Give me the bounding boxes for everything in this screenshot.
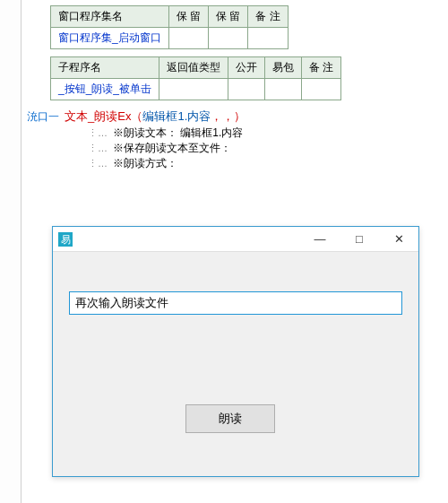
read-text-input[interactable] <box>69 291 402 315</box>
col-header: 备 注 <box>302 57 341 79</box>
cell[interactable] <box>168 28 208 49</box>
code-area[interactable]: 㳘口一 文本_朗读Ex （编辑框1.内容，，） ⋮… ※朗读文本： 编辑框1.内… <box>25 108 448 171</box>
col-header: 保 留 <box>209 6 248 28</box>
read-button[interactable]: 朗读 <box>185 404 275 433</box>
param-hint: ※朗读文本： 编辑框1.内容 <box>113 126 243 141</box>
editor-content: 窗口程序集名 保 留 保 留 备 注 窗口程序集_启动窗口 子程序名 返回值类型… <box>25 0 448 171</box>
cell[interactable] <box>228 79 265 100</box>
param-hint: ※朗读方式： <box>113 156 177 171</box>
window-program-table: 窗口程序集名 保 留 保 留 备 注 窗口程序集_启动窗口 <box>50 5 289 49</box>
app-preview-window[interactable]: 易 — □ ✕ 朗读 <box>52 226 419 477</box>
paren-close: ，，） <box>211 108 246 125</box>
client-area: 朗读 <box>53 252 418 476</box>
minimize-button[interactable]: — <box>300 227 340 252</box>
app-icon: 易 <box>58 232 73 247</box>
table-row[interactable]: _按钮_朗读_被单击 <box>51 79 341 100</box>
param-hint: ※保存朗读文本至文件： <box>113 141 231 156</box>
line-marker-icon: 㳘口一 <box>27 109 59 125</box>
close-button[interactable]: ✕ <box>379 227 418 252</box>
maximize-button[interactable]: □ <box>340 227 379 252</box>
cell[interactable] <box>209 28 248 49</box>
cell[interactable] <box>248 28 288 49</box>
table-row[interactable]: 窗口程序集_启动窗口 <box>51 28 289 49</box>
tree-branch-icon: ⋮… <box>88 143 113 154</box>
argument: 编辑框1.内容 <box>142 108 211 125</box>
cell[interactable] <box>159 79 228 100</box>
cell[interactable] <box>265 79 302 100</box>
col-header: 备 注 <box>248 6 288 28</box>
cell[interactable] <box>302 79 341 100</box>
col-header: 公开 <box>228 57 265 79</box>
col-header: 易包 <box>265 57 302 79</box>
window-controls: — □ ✕ <box>300 227 418 252</box>
titlebar[interactable]: 易 — □ ✕ <box>53 227 418 252</box>
tree-branch-icon: ⋮… <box>88 158 113 169</box>
svg-text:易: 易 <box>61 234 71 245</box>
window-name-cell[interactable]: 窗口程序集_启动窗口 <box>51 28 169 49</box>
col-header: 窗口程序集名 <box>51 6 169 28</box>
function-name: 文本_朗读Ex <box>65 108 131 125</box>
subprogram-name-cell[interactable]: _按钮_朗读_被单击 <box>51 79 159 100</box>
paren-open: （ <box>131 108 142 125</box>
col-header: 子程序名 <box>51 57 159 79</box>
sub-program-table: 子程序名 返回值类型 公开 易包 备 注 _按钮_朗读_被单击 <box>50 56 341 100</box>
editor-gutter <box>0 0 22 503</box>
tree-branch-icon: ⋮… <box>88 127 113 139</box>
col-header: 保 留 <box>168 6 208 28</box>
col-header: 返回值类型 <box>159 57 228 79</box>
